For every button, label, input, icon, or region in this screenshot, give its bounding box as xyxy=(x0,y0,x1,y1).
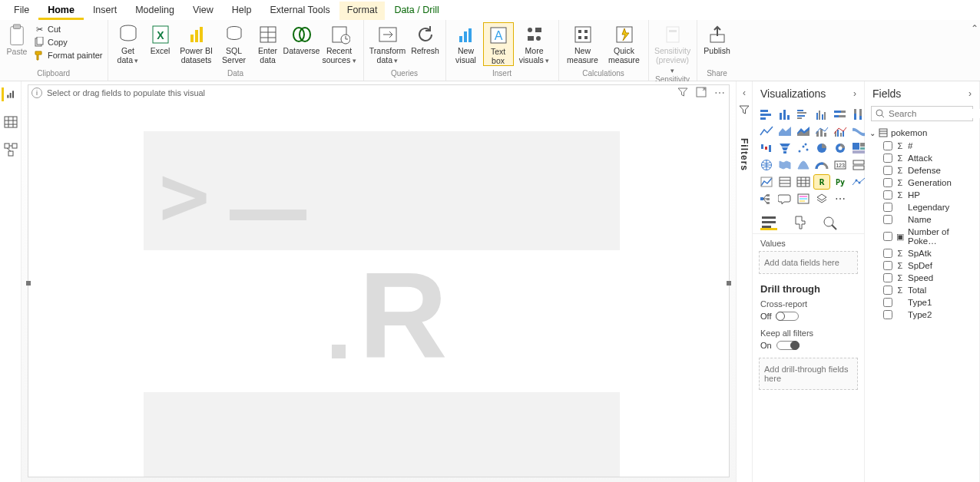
search-input[interactable] xyxy=(889,109,980,118)
new-measure-button[interactable]: New measure xyxy=(562,22,604,64)
field-total[interactable]: ΣTotal xyxy=(869,284,975,296)
get-data-button[interactable]: Get data ▾ xyxy=(111,22,145,65)
more-visuals-button[interactable]: More visuals ▾ xyxy=(514,22,555,65)
field-spdef[interactable]: ΣSpDef xyxy=(869,259,975,272)
values-field-well[interactable]: Add data fields here xyxy=(759,251,858,274)
chevron-right-icon[interactable]: › xyxy=(968,88,972,99)
smart-narrative-icon[interactable] xyxy=(796,192,811,206)
field-checkbox[interactable] xyxy=(883,249,892,258)
quick-measure-button[interactable]: Quick measure xyxy=(604,22,645,64)
ribbon-collapse-icon[interactable]: ⌃ xyxy=(971,23,978,34)
fields-tab-icon[interactable] xyxy=(760,215,777,230)
menu-format[interactable]: Format xyxy=(339,2,386,20)
menu-external-tools[interactable]: External Tools xyxy=(260,2,339,20)
enter-data-button[interactable]: Enter data xyxy=(251,22,285,64)
gauge-icon[interactable] xyxy=(814,158,829,172)
recent-sources-button[interactable]: Recent sources ▾ xyxy=(319,22,360,65)
field-defense[interactable]: ΣDefense xyxy=(869,164,975,177)
field-checkbox[interactable] xyxy=(883,232,892,241)
field-checkbox[interactable] xyxy=(883,141,892,150)
field-checkbox[interactable] xyxy=(883,166,892,175)
field-checkbox[interactable] xyxy=(883,261,892,270)
field-generation[interactable]: ΣGeneration xyxy=(869,177,975,189)
pbi-datasets-button[interactable]: Power BI datasets xyxy=(176,22,217,64)
key-influencers-icon[interactable] xyxy=(851,175,866,189)
field--[interactable]: Σ# xyxy=(869,140,975,152)
cut-button[interactable]: ✂Cut xyxy=(34,24,103,35)
menu-data-drill[interactable]: Data / Drill xyxy=(385,2,448,20)
filters-pane-collapsed[interactable]: ‹ Filters xyxy=(736,81,753,482)
scatter-icon[interactable] xyxy=(796,141,811,155)
model-view-icon[interactable] xyxy=(4,143,18,157)
field-number-of-poke-[interactable]: ▣Number of Poke… xyxy=(869,226,975,247)
fields-search[interactable] xyxy=(871,106,973,121)
line-stacked-column-icon[interactable] xyxy=(814,124,829,138)
field-name[interactable]: Name xyxy=(869,213,975,226)
multi-row-card-icon[interactable] xyxy=(851,158,866,172)
field-checkbox[interactable] xyxy=(883,273,892,282)
r-visual-icon[interactable]: R xyxy=(814,175,829,189)
waterfall-icon[interactable] xyxy=(759,141,774,155)
publish-button[interactable]: Publish xyxy=(700,22,734,55)
format-painter-button[interactable]: Format painter xyxy=(34,50,103,61)
filled-map-icon[interactable] xyxy=(777,158,793,172)
funnel-chart-icon[interactable] xyxy=(777,141,793,155)
text-box-button[interactable]: AText box xyxy=(483,22,514,66)
stacked-area-icon[interactable] xyxy=(796,124,811,138)
field-type1[interactable]: Type1 xyxy=(869,296,975,309)
excel-button[interactable]: XExcel xyxy=(145,22,176,55)
focus-mode-icon[interactable] xyxy=(696,87,707,99)
decomposition-tree-icon[interactable] xyxy=(759,192,774,206)
menu-view[interactable]: View xyxy=(184,2,223,20)
shape-map-icon[interactable] xyxy=(796,158,811,172)
drillthrough-field-well[interactable]: Add drill-through fields here xyxy=(759,358,858,390)
card-icon[interactable]: 123 xyxy=(833,158,848,172)
menu-home[interactable]: Home xyxy=(38,2,84,20)
field-legendary[interactable]: Legendary xyxy=(869,201,975,213)
cross-report-toggle[interactable] xyxy=(776,312,799,321)
menu-insert[interactable]: Insert xyxy=(84,2,126,20)
qa-visual-icon[interactable] xyxy=(777,192,793,206)
field-checkbox[interactable] xyxy=(883,310,892,319)
field-checkbox[interactable] xyxy=(883,215,892,224)
table-pokemon[interactable]: ⌄ pokemon xyxy=(869,126,975,140)
report-view-icon[interactable] xyxy=(2,87,15,101)
menu-help[interactable]: Help xyxy=(223,2,261,20)
analytics-tab-icon[interactable] xyxy=(822,215,839,230)
chevron-left-icon[interactable]: ‹ xyxy=(743,87,746,98)
menu-modeling[interactable]: Modeling xyxy=(126,2,184,20)
kpi-icon[interactable] xyxy=(759,175,774,189)
donut-chart-icon[interactable] xyxy=(833,141,848,155)
stacked-bar-icon[interactable] xyxy=(759,107,774,121)
more-options-icon[interactable]: ⋯ xyxy=(714,87,726,99)
field-checkbox[interactable] xyxy=(883,190,892,200)
stacked-column-icon[interactable] xyxy=(777,107,793,121)
report-canvas[interactable]: i Select or drag fields to populate this… xyxy=(22,81,736,482)
map-icon[interactable] xyxy=(759,158,774,172)
treemap-icon[interactable] xyxy=(851,141,866,155)
pie-chart-icon[interactable] xyxy=(814,141,829,155)
line-chart-icon[interactable] xyxy=(759,124,774,138)
data-view-icon[interactable] xyxy=(4,115,18,129)
python-visual-icon[interactable]: Py xyxy=(833,175,848,189)
field-checkbox[interactable] xyxy=(883,298,892,307)
r-visual-placeholder[interactable]: i Select or drag fields to populate this… xyxy=(28,84,730,477)
field-speed[interactable]: ΣSpeed xyxy=(869,272,975,284)
keep-filters-toggle[interactable] xyxy=(776,341,800,350)
filter-icon[interactable] xyxy=(677,87,688,99)
paginated-report-icon[interactable] xyxy=(814,192,829,206)
ribbon-chart-icon[interactable] xyxy=(851,124,866,138)
copy-button[interactable]: Copy xyxy=(34,37,103,48)
slicer-icon[interactable] xyxy=(777,175,793,189)
field-attack[interactable]: ΣAttack xyxy=(869,152,975,164)
table-icon[interactable] xyxy=(796,175,811,189)
field-hp[interactable]: ΣHP xyxy=(869,189,975,201)
refresh-button[interactable]: Refresh xyxy=(409,22,442,55)
get-more-visuals-icon[interactable]: ⋯ xyxy=(833,192,848,206)
menu-file[interactable]: File xyxy=(5,2,38,20)
stacked-bar-100-icon[interactable] xyxy=(833,107,848,121)
field-checkbox[interactable] xyxy=(883,203,892,212)
clustered-bar-icon[interactable] xyxy=(796,107,811,121)
paste-button[interactable]: Paste xyxy=(3,22,31,56)
field-spatk[interactable]: ΣSpAtk xyxy=(869,247,975,259)
